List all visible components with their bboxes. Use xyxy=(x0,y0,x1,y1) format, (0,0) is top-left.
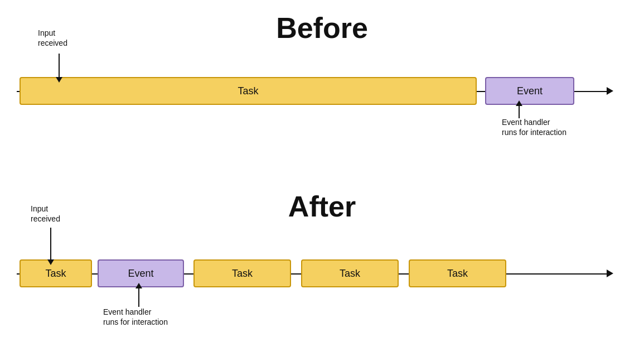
after-task1-label: Task xyxy=(45,268,66,280)
before-input-arrow xyxy=(59,54,60,77)
after-task4-label: Task xyxy=(447,268,468,280)
after-task3-label: Task xyxy=(340,268,360,280)
before-task-label: Task xyxy=(238,85,258,97)
after-task1-box: Task xyxy=(20,259,92,287)
before-title: Before xyxy=(0,11,644,45)
after-task2-box: Task xyxy=(193,259,291,287)
after-input-arrow xyxy=(50,228,51,259)
diagram-container: Before Task Event Input received Event h… xyxy=(0,0,644,361)
after-event-label: Event xyxy=(128,268,153,280)
before-task-box: Task xyxy=(20,77,477,105)
before-event-box: Event xyxy=(485,77,574,105)
after-event-handler-label: Event handler runs for interaction xyxy=(103,307,168,327)
before-event-handler-label: Event handler runs for interaction xyxy=(502,117,566,137)
before-event-label: Event xyxy=(517,85,543,97)
after-input-label: Input received xyxy=(31,204,60,224)
after-task4-box: Task xyxy=(409,259,506,287)
before-event-handler-arrow xyxy=(519,106,520,118)
after-title: After xyxy=(0,190,644,223)
after-task2-label: Task xyxy=(232,268,253,280)
after-timeline-arrow xyxy=(607,269,613,277)
before-timeline-arrow xyxy=(607,87,613,95)
after-event-handler-arrow xyxy=(138,288,139,307)
before-input-label: Input received xyxy=(38,28,67,48)
after-task3-box: Task xyxy=(301,259,399,287)
